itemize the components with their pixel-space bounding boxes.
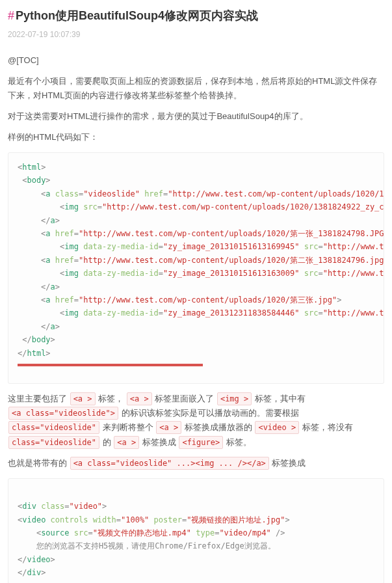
paragraph: 对于这类需要对HTML进行操作的需求，最方便的莫过于BeautifulSoup4…	[8, 109, 384, 124]
code-block-video: <div class="video"> <video controls widt…	[8, 478, 384, 583]
inline-code: <a >	[114, 436, 139, 449]
paragraph: 样例的HTML代码如下：	[8, 130, 384, 144]
page-title: #Python使用BeautifulSoup4修改网页内容实战	[8, 8, 384, 24]
inline-code: <a >	[70, 392, 96, 405]
inline-code: class="videoslide"	[8, 436, 99, 449]
code-block-sample-html: <html> <body> <a class="videoslide" href…	[8, 152, 384, 384]
inline-code: <img >	[217, 392, 252, 405]
inline-code: class="videoslide"	[8, 421, 99, 434]
title-text: Python使用BeautifulSoup4修改网页内容实战	[16, 9, 258, 22]
paragraph-inline: 也就是将带有的 <a class="videoslide" ...><img .…	[8, 456, 384, 470]
toc-marker: @[TOC]	[8, 53, 384, 68]
title-hash: #	[8, 9, 14, 22]
inline-code: <a class="videoslide" ...><img ... /></a…	[70, 457, 269, 470]
inline-code: <video >	[255, 421, 299, 434]
cl: <html>	[18, 163, 46, 172]
inline-code: <a >	[156, 421, 181, 434]
inline-code: <a >	[127, 392, 152, 405]
timestamp: 2022-07-19 10:07:39	[8, 28, 384, 41]
inline-code: <a class="videoslide">	[8, 407, 118, 420]
inline-code: <figure>	[179, 436, 223, 449]
paragraph-inline: 这里主要包括了 <a > 标签， <a > 标签里面嵌入了 <img > 标签，…	[8, 392, 384, 449]
paragraph: 最近有个小项目，需要爬取页面上相应的资源数据后，保存到本地，然后将原始的HTML…	[8, 74, 384, 103]
code-scrollbar[interactable]	[18, 364, 203, 366]
